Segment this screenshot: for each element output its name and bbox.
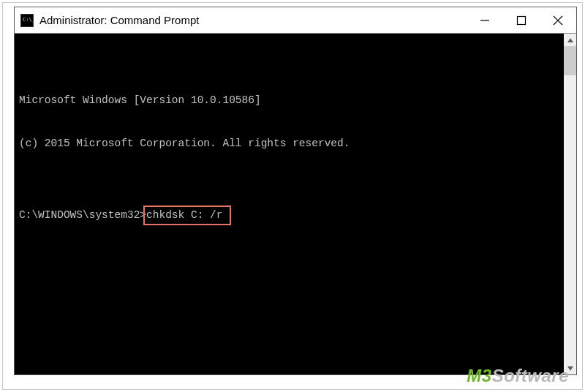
scroll-up-button[interactable]	[564, 34, 576, 46]
terminal-content: Microsoft Windows [Version 10.0.10586] (…	[19, 65, 572, 265]
svg-marker-4	[567, 38, 573, 42]
terminal-line: (c) 2015 Microsoft Corporation. All righ…	[19, 137, 572, 151]
window-title: Administrator: Command Prompt	[39, 14, 199, 26]
close-icon	[553, 15, 563, 26]
terminal-command: chkdsk C: /r	[146, 208, 222, 223]
terminal-prompt-line: C:\WINDOWS\system32>chkdsk C: /r	[19, 208, 572, 223]
close-button[interactable]	[540, 7, 576, 34]
window-controls	[467, 7, 576, 34]
scroll-thumb[interactable]	[564, 46, 576, 75]
command-prompt-window: C:\_ Administrator: Command Prompt Micro…	[14, 7, 577, 375]
vertical-scrollbar[interactable]	[564, 34, 576, 374]
terminal-line: Microsoft Windows [Version 10.0.10586]	[19, 94, 572, 108]
scroll-down-button[interactable]	[564, 362, 576, 374]
cmd-icon: C:\_	[20, 14, 34, 27]
chevron-up-icon	[567, 37, 574, 44]
minimize-icon	[480, 15, 490, 26]
outer-frame: C:\_ Administrator: Command Prompt Micro…	[2, 2, 583, 390]
svg-marker-5	[567, 366, 573, 371]
terminal[interactable]: Microsoft Windows [Version 10.0.10586] (…	[15, 34, 576, 374]
svg-rect-1	[518, 17, 526, 25]
terminal-prompt: C:\WINDOWS\system32>	[19, 208, 146, 223]
maximize-icon	[516, 15, 526, 26]
titlebar[interactable]: C:\_ Administrator: Command Prompt	[15, 7, 576, 34]
scroll-track[interactable]	[564, 46, 576, 362]
maximize-button[interactable]	[503, 7, 540, 34]
chevron-down-icon	[567, 365, 574, 372]
minimize-button[interactable]	[467, 7, 503, 34]
